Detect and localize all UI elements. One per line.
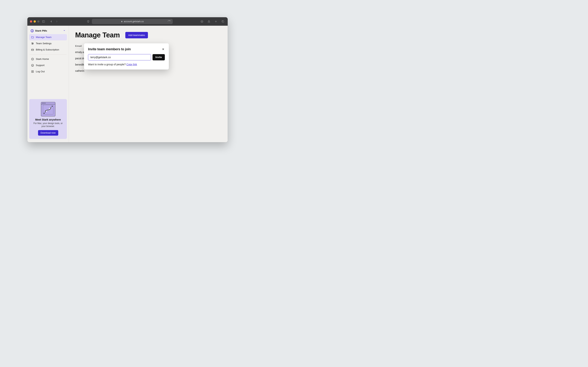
invite-email-input[interactable] — [88, 54, 151, 60]
lock-icon — [121, 21, 123, 22]
page-header: Manage Team Add teammates — [75, 31, 221, 39]
reload-icon[interactable] — [167, 19, 171, 24]
team-avatar-icon — [31, 29, 34, 32]
sidebar-divider — [30, 54, 67, 55]
titlebar: account.getstark.co — [27, 17, 228, 26]
svg-point-15 — [32, 44, 33, 44]
logout-icon — [31, 70, 34, 73]
credit-card-icon — [31, 48, 34, 51]
sidebar: Stark PMs Manage Team Team Settings — [27, 26, 69, 142]
nav-buttons — [49, 19, 59, 24]
stark-icon — [31, 58, 34, 60]
invite-button[interactable]: Invite — [153, 54, 165, 60]
sidebar-item-label: Billing & Subscription — [36, 48, 59, 51]
sidebar-item-team-settings[interactable]: Team Settings — [29, 40, 67, 47]
invite-hint: Want to invite a group of people? Copy l… — [88, 63, 165, 66]
promo-card: Meet Stark anywhere For Mac, your design… — [29, 99, 67, 139]
app-body: Stark PMs Manage Team Team Settings — [27, 26, 228, 142]
sidebar-item-billing[interactable]: Billing & Subscription — [29, 47, 67, 53]
team-name: Stark PMs — [35, 29, 47, 32]
invite-modal: Invite team members to join Invite Want … — [84, 43, 169, 70]
folder-icon — [31, 36, 34, 39]
cell-email: pacal.de — [75, 57, 85, 60]
sidebar-item-label: Log Out — [36, 70, 45, 73]
back-icon[interactable] — [49, 19, 53, 24]
svg-point-27 — [52, 106, 52, 107]
copy-link[interactable]: Copy link — [126, 63, 137, 66]
new-tab-icon[interactable] — [214, 19, 218, 24]
sidebar-item-label: Support — [36, 64, 44, 67]
sidebar-item-support[interactable]: Support — [29, 62, 67, 68]
smile-icon — [31, 64, 34, 67]
promo-title: Meet Stark anywhere — [32, 118, 64, 121]
svg-point-9 — [32, 30, 33, 31]
browser-window: account.getstark.co — [27, 17, 228, 142]
chevron-down-icon — [63, 29, 65, 32]
window-controls — [30, 20, 40, 23]
close-icon[interactable] — [162, 48, 165, 51]
svg-rect-16 — [31, 49, 34, 51]
sidebar-item-logout[interactable]: Log Out — [29, 68, 67, 75]
close-window-icon[interactable] — [30, 20, 32, 23]
sidebar-toggle-icon[interactable] — [41, 19, 46, 24]
promo-subtitle: For Mac, your design tools, or your brow… — [32, 122, 64, 128]
downloads-icon[interactable] — [200, 19, 204, 24]
sidebar-item-manage-team[interactable]: Manage Team — [29, 34, 67, 40]
cell-email: catherin — [75, 69, 84, 72]
tab-overview-icon[interactable] — [221, 19, 225, 24]
svg-point-14 — [33, 43, 33, 44]
shield-icon[interactable] — [86, 19, 90, 24]
add-teammates-button[interactable]: Add teammates — [125, 32, 148, 38]
svg-point-19 — [31, 64, 34, 67]
address-bar[interactable]: account.getstark.co — [92, 19, 173, 24]
hint-text: Want to invite a group of people? — [88, 63, 126, 66]
modal-title: Invite team members to join — [88, 47, 131, 51]
sidebar-item-label: Team Settings — [36, 42, 52, 45]
main-content: Manage Team Add teammates Email Role ema… — [69, 26, 228, 142]
svg-point-13 — [32, 42, 32, 43]
svg-rect-8 — [222, 21, 224, 22]
svg-rect-0 — [43, 20, 45, 22]
cell-email: emaly.al — [75, 51, 85, 54]
sidebar-item-label: Stark Home — [36, 58, 49, 60]
team-switcher[interactable]: Stark PMs — [29, 27, 67, 34]
svg-point-26 — [44, 113, 44, 114]
fullscreen-window-icon[interactable] — [37, 20, 40, 23]
forward-icon[interactable] — [55, 19, 59, 24]
share-icon[interactable] — [207, 19, 211, 24]
url-text: account.getstark.co — [124, 20, 144, 23]
sidebar-item-label: Manage Team — [36, 36, 52, 39]
cell-email: benedik — [75, 63, 84, 66]
sliders-icon — [31, 42, 34, 45]
page-title: Manage Team — [75, 31, 120, 39]
sidebar-item-stark-home[interactable]: Stark Home — [29, 56, 67, 62]
minimize-window-icon[interactable] — [34, 20, 36, 23]
promo-illustration — [41, 102, 55, 116]
download-button[interactable]: Download now — [38, 130, 58, 136]
